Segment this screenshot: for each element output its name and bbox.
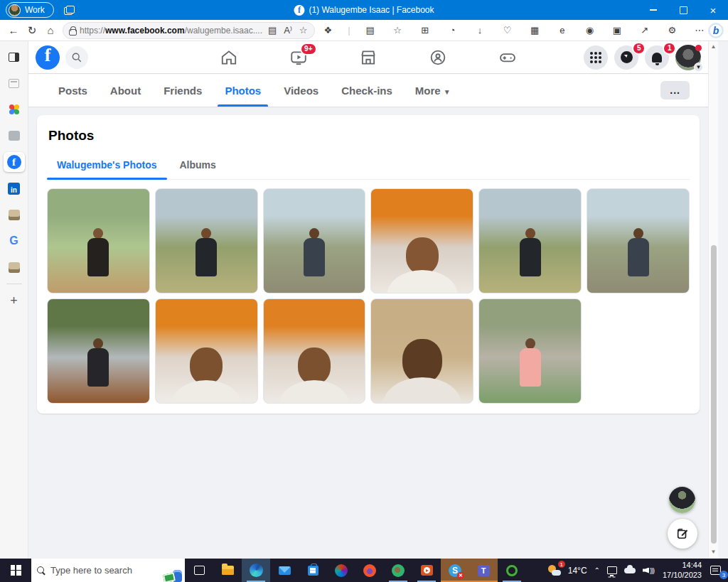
photo-man-on-grassy-hilltop-2[interactable] — [478, 188, 582, 293]
photo-man-on-rocky-hillside-2[interactable] — [587, 188, 690, 293]
ie-mode-icon[interactable]: e — [554, 22, 571, 39]
address-bar[interactable]: https://www.facebook.com/walugembe.isaac… — [63, 22, 315, 39]
restore-button[interactable] — [668, 0, 698, 20]
photo-indoor-selfie-orange-ceiling-3[interactable] — [263, 298, 366, 404]
tab-about[interactable]: About — [99, 75, 152, 107]
groups-tab-icon[interactable] — [427, 46, 449, 69]
action-center-button[interactable]: 3 — [707, 559, 728, 582]
collections-icon[interactable]: ⊞ — [417, 22, 434, 39]
split-screen-icon[interactable]: ▤ — [267, 25, 278, 36]
onedrive-button[interactable] — [621, 559, 639, 582]
favorites-icon[interactable]: ☆ — [389, 22, 406, 39]
drop-icon[interactable]: ▣ — [609, 22, 626, 39]
google-icon[interactable]: G — [4, 231, 25, 251]
gray-favicon-icon[interactable] — [4, 126, 25, 146]
read-aloud-icon[interactable]: A) — [282, 25, 293, 36]
compose-post-button[interactable] — [668, 519, 697, 549]
page-scrollbar[interactable]: ▲ ▼ — [708, 41, 718, 559]
tab-friends[interactable]: Friends — [152, 75, 213, 107]
temperature-label[interactable]: 14°C — [564, 559, 591, 582]
vertical-tabs-icon[interactable] — [64, 6, 74, 14]
minimize-button[interactable] — [638, 0, 668, 20]
shopping-icon[interactable]: ♡ — [499, 22, 516, 39]
home-icon[interactable]: ⌂ — [41, 22, 60, 39]
photo-indoor-selfie-orange-ceiling-1[interactable] — [370, 188, 473, 293]
edge-button[interactable] — [242, 559, 270, 582]
more-menu-icon[interactable]: ⋯ — [691, 22, 708, 39]
tab-albums[interactable]: Albums — [170, 152, 226, 179]
back-icon[interactable]: ← — [4, 22, 23, 39]
profile-more-button[interactable]: ... — [660, 81, 690, 99]
account-avatar[interactable]: ▼ — [675, 45, 701, 70]
home-tab-icon[interactable] — [218, 46, 240, 69]
tab-videos[interactable]: Videos — [272, 75, 330, 107]
photo-man-in-suit-on-dirt-road[interactable] — [47, 188, 150, 293]
facebook-logo[interactable]: f — [36, 45, 60, 70]
start-button[interactable] — [0, 559, 31, 582]
add-to-sidebar-icon[interactable]: + — [4, 291, 25, 311]
tab-checkins[interactable]: Check-ins — [330, 75, 404, 107]
photo-indoor-selfie-orange-ceiling-2[interactable] — [155, 298, 258, 404]
scrollbar-thumb[interactable] — [711, 245, 717, 544]
green-app-button[interactable] — [498, 559, 526, 582]
settings-icon[interactable]: ⚙ — [663, 22, 680, 39]
bing-chat-icon[interactable]: b — [708, 23, 724, 38]
favorite-star-icon[interactable]: ☆ — [298, 25, 309, 36]
url-text[interactable]: https://www.facebook.com/walugembe.isaac… — [80, 26, 262, 36]
share-icon[interactable]: ↗ — [636, 22, 653, 39]
volume-button[interactable]: ))) — [639, 559, 658, 582]
facebook-search-button[interactable] — [65, 46, 88, 69]
browser-profile-button[interactable]: Work — [6, 2, 54, 18]
tray-overflow-chevron[interactable]: ⌃ — [591, 559, 604, 582]
google-photos-icon[interactable] — [4, 99, 25, 119]
web-capture-icon[interactable]: ◉ — [581, 22, 598, 39]
brave-button[interactable] — [355, 559, 384, 582]
sidebar-panel-icon[interactable] — [4, 47, 25, 67]
taskbar-search-box[interactable]: Type here to search — [31, 559, 185, 582]
close-button[interactable]: × — [698, 0, 728, 20]
linkedin-icon[interactable]: in — [4, 178, 25, 198]
tab-more[interactable]: More▼ — [404, 75, 462, 107]
scroll-up-icon[interactable]: ▲ — [711, 41, 717, 52]
teams-button[interactable]: T — [469, 559, 498, 582]
watch-tab-icon[interactable]: 9+ — [287, 46, 310, 69]
office-button[interactable] — [327, 559, 355, 582]
tan-favicon-2-icon[interactable] — [4, 257, 25, 277]
refresh-icon[interactable]: ↻ — [23, 22, 41, 39]
weather-widget[interactable]: 1 — [545, 559, 564, 582]
photo-selfie-white-jersey[interactable] — [370, 298, 473, 404]
browser-essentials-icon[interactable]: ▦ — [526, 22, 543, 39]
skype-button[interactable]: S✕ — [441, 559, 469, 582]
photo-man-on-rocky-hillside-1[interactable] — [263, 188, 366, 293]
outlook-icon[interactable] — [4, 73, 25, 93]
video-app-button[interactable] — [412, 559, 441, 582]
file-explorer-button[interactable] — [213, 559, 242, 582]
apps-menu-button[interactable] — [584, 45, 608, 70]
search-highlight-illustration[interactable] — [164, 570, 182, 582]
browser-2-button[interactable] — [384, 559, 412, 582]
photo-men-beside-van[interactable] — [47, 298, 150, 404]
task-view-button[interactable] — [185, 559, 213, 582]
network-button[interactable] — [604, 559, 621, 582]
lock-icon[interactable] — [69, 26, 75, 34]
tab-posts[interactable]: Posts — [47, 75, 99, 107]
downloads-icon[interactable]: ↓ — [471, 22, 488, 39]
mail-button[interactable] — [270, 559, 299, 582]
facebook-sidebar-icon[interactable]: f — [4, 152, 25, 172]
floating-profile-avatar[interactable] — [669, 487, 695, 513]
marketplace-tab-icon[interactable] — [357, 46, 380, 69]
photo-man-on-grassy-hilltop-1[interactable] — [155, 188, 258, 293]
scroll-down-icon[interactable]: ▼ — [711, 546, 717, 557]
split-screen-icon[interactable]: ▤ — [362, 22, 379, 39]
extensions-icon[interactable]: ❖ — [319, 22, 336, 39]
tab-photos[interactable]: Photos — [213, 75, 272, 107]
gaming-tab-icon[interactable] — [496, 46, 519, 69]
tan-favicon-1-icon[interactable] — [4, 205, 25, 225]
history-icon[interactable]: ◔ — [444, 22, 461, 39]
store-button[interactable] — [299, 559, 327, 582]
clock-widget[interactable]: 14:44 17/10/2023 — [658, 561, 707, 581]
photo-girl-on-green-curb[interactable] — [478, 298, 582, 404]
tab-walugembes-photos[interactable]: Walugembe's Photos — [47, 152, 167, 179]
messenger-button[interactable]: 5 — [614, 45, 638, 70]
notifications-button[interactable]: 1 — [645, 45, 669, 70]
